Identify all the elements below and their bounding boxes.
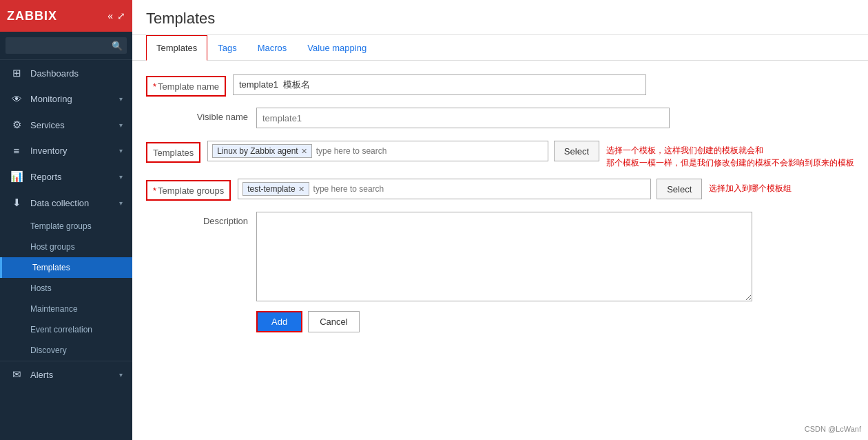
expand-icon[interactable]: ⤢ [117, 10, 125, 21]
templates-tags-input[interactable]: Linux by Zabbix agent ✕ [207, 141, 548, 161]
data-collection-icon: ⬇ [10, 197, 23, 209]
services-icon: ⚙ [10, 119, 23, 131]
sidebar-subitem-templates[interactable]: Templates [0, 257, 132, 278]
sidebar-item-label: Monitoring [30, 94, 72, 104]
search-input[interactable] [6, 37, 127, 54]
content-area: Templates Tags Macros Value mapping * Te… [132, 35, 868, 440]
template-name-label: * Template name [146, 76, 226, 97]
cancel-button[interactable]: Cancel [308, 311, 359, 332]
sidebar-subitem-template-groups[interactable]: Template groups [0, 216, 132, 237]
search-wrapper: 🔍 [6, 37, 127, 54]
templates-field-label: Templates [146, 142, 200, 163]
template-groups-annotation: 选择加入到哪个模板组 [709, 179, 792, 194]
sidebar-item-label: Inventory [30, 146, 67, 156]
sidebar-item-alerts[interactable]: ✉ Alerts ▾ [0, 361, 132, 388]
main-header: Templates [132, 0, 868, 35]
chevron-icon: ▾ [119, 199, 123, 207]
templates-annotation: 选择一个模板，这样我们创建的模板就会和那个模板一模一样，但是我们修改创建的模板不… [606, 141, 854, 169]
dashboards-icon: ⊞ [10, 67, 23, 79]
subitem-label: Templates [32, 263, 70, 272]
subitem-label: Hosts [30, 283, 52, 293]
sidebar-item-monitoring[interactable]: 👁 Monitoring ▾ [0, 86, 132, 112]
template-name-row: * Template name [146, 74, 854, 98]
remove-tag-icon[interactable]: ✕ [301, 147, 307, 156]
subitem-label: Host groups [30, 242, 75, 252]
chevron-icon: ▾ [119, 147, 123, 154]
form-buttons: Add Cancel [256, 311, 854, 332]
sidebar-subitem-event-correlation[interactable]: Event correlation [0, 319, 132, 340]
sidebar-item-inventory[interactable]: ≡ Inventory ▾ [0, 138, 132, 163]
description-textarea[interactable] [256, 212, 752, 301]
collapse-icon[interactable]: « [107, 10, 113, 21]
template-groups-row: * Template groups test-template ✕ Select… [146, 179, 854, 202]
sidebar-collapse-icons[interactable]: « ⤢ [107, 10, 125, 21]
sidebar-item-data-collection[interactable]: ⬇ Data collection ▾ [0, 190, 132, 216]
template-groups-wrapper: test-template ✕ Select 选择加入到哪个模板组 [238, 179, 854, 199]
template-tag-chip: Linux by Zabbix agent ✕ [212, 144, 311, 158]
sidebar-item-label: Alerts [30, 370, 53, 380]
visible-name-label: Visible name [146, 108, 256, 122]
sidebar-subitem-host-groups[interactable]: Host groups [0, 237, 132, 257]
subitem-label: Maintenance [30, 304, 78, 314]
sidebar-subitem-discovery[interactable]: Discovery [0, 340, 132, 361]
chevron-icon: ▾ [119, 173, 123, 181]
chevron-icon: ▾ [119, 95, 123, 103]
alerts-icon: ✉ [10, 368, 23, 381]
sidebar-item-reports[interactable]: 📊 Reports ▾ [0, 163, 132, 190]
tab-macros[interactable]: Macros [247, 35, 298, 61]
reports-icon: 📊 [10, 170, 23, 183]
inventory-icon: ≡ [10, 145, 23, 157]
sidebar-item-label: Reports [30, 172, 62, 182]
sidebar-item-services[interactable]: ⚙ Services ▾ [0, 112, 132, 138]
chevron-icon: ▾ [119, 121, 123, 129]
template-groups-label: * Template groups [146, 180, 231, 201]
subitem-label: Template groups [30, 221, 92, 231]
visible-name-input[interactable] [256, 108, 670, 128]
sidebar-header: ZABBIX « ⤢ [0, 0, 132, 32]
templates-field-wrapper: Linux by Zabbix agent ✕ Select 选择一个模板，这样… [207, 141, 854, 169]
visible-name-row: Visible name [146, 108, 854, 131]
tab-value-mapping[interactable]: Value mapping [297, 35, 377, 61]
main-content: Templates Templates Tags Macros Value ma… [132, 0, 868, 440]
page-title: Templates [146, 10, 854, 28]
sidebar-logo: ZABBIX [7, 9, 57, 23]
watermark: CSDN @LcWanf [805, 425, 861, 433]
subitem-label: Event correlation [30, 325, 92, 334]
sidebar-item-label: Data collection [30, 198, 89, 208]
template-search-input[interactable] [315, 145, 421, 157]
tab-templates[interactable]: Templates [146, 35, 207, 61]
template-group-tag-chip: test-template ✕ [242, 182, 309, 196]
sidebar-subitem-maintenance[interactable]: Maintenance [0, 299, 132, 319]
tab-tags[interactable]: Tags [207, 35, 247, 61]
subitem-label: Discovery [30, 346, 67, 355]
description-row: Description [146, 212, 854, 301]
chevron-icon: ▾ [119, 371, 123, 379]
sidebar-subitem-hosts[interactable]: Hosts [0, 278, 132, 299]
sidebar-item-label: Dashboards [30, 68, 79, 79]
remove-group-tag-icon[interactable]: ✕ [298, 185, 304, 194]
templates-select-button[interactable]: Select [554, 141, 599, 161]
template-group-search-input[interactable] [312, 183, 418, 195]
template-form: * Template name Visible name Templates [132, 61, 868, 346]
template-groups-tags-input[interactable]: test-template ✕ [238, 179, 651, 199]
templates-row: Templates Linux by Zabbix agent ✕ Select… [146, 141, 854, 169]
add-button[interactable]: Add [256, 311, 302, 332]
tab-bar: Templates Tags Macros Value mapping [132, 35, 868, 61]
search-icon[interactable]: 🔍 [112, 41, 123, 51]
template-name-input[interactable] [233, 74, 646, 95]
description-label: Description [146, 212, 256, 226]
search-box: 🔍 [0, 32, 132, 59]
sidebar: ZABBIX « ⤢ 🔍 ⊞ Dashboards 👁 Monitoring ▾… [0, 0, 132, 440]
template-groups-select-button[interactable]: Select [657, 179, 702, 199]
sidebar-item-label: Services [30, 120, 65, 130]
sidebar-item-dashboards[interactable]: ⊞ Dashboards [0, 60, 132, 86]
monitoring-icon: 👁 [10, 93, 23, 105]
